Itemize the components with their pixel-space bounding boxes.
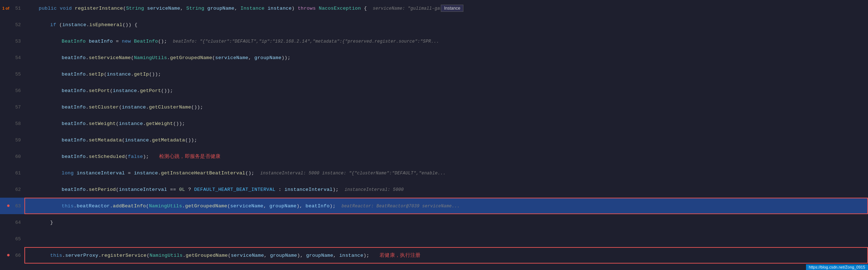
- code-line: 58beatInfo.setWeight(instance.getWeight(…: [0, 115, 868, 132]
- line-number: 60: [10, 154, 21, 159]
- line-text: this.serverProxy.registerService(NamingU…: [24, 252, 868, 259]
- line-text: beatInfo.setMetadata(instance.getMetadat…: [24, 138, 868, 143]
- first-line-badge: 1 of: [2, 6, 9, 10]
- line-gutter: 62: [0, 187, 24, 192]
- line-number: 51: [10, 6, 21, 11]
- line-gutter: 61: [0, 170, 24, 176]
- code-line: 65: [0, 231, 868, 247]
- line-number: 59: [10, 138, 21, 143]
- breakpoint-icon[interactable]: ●: [6, 252, 10, 259]
- line-gutter: 65: [0, 236, 24, 242]
- line-number: 58: [10, 121, 21, 126]
- line-number: 64: [10, 220, 21, 225]
- code-line: 62beatInfo.setPeriod(instanceInterval ==…: [0, 181, 868, 198]
- code-line: 54beatInfo.setServiceName(NamingUtils.ge…: [0, 49, 868, 66]
- line-number: 55: [10, 72, 21, 77]
- line-gutter: 58: [0, 121, 24, 126]
- line-text: BeatInfo beatInfo = new BeatInfo(); beat…: [24, 39, 868, 44]
- code-line: 55beatInfo.setIp(instance.getIp());: [0, 66, 868, 82]
- line-number: 53: [10, 39, 21, 44]
- line-number: 66: [10, 253, 21, 258]
- line-number: 56: [10, 88, 21, 93]
- line-text: this.beatReactor.addBeatInfo(NamingUtils…: [24, 203, 868, 209]
- line-text: beatInfo.setCluster(instance.getClusterN…: [24, 105, 868, 110]
- line-text: beatInfo.setWeight(instance.getWeight())…: [24, 121, 868, 126]
- line-text: beatInfo.setScheduled(false); 检测心跳，即服务是否…: [24, 153, 868, 160]
- code-line: 61long instanceInterval = instance.getIn…: [0, 165, 868, 181]
- code-line: 52if (instance.isEphemeral()) {: [0, 16, 868, 33]
- code-container: 1 of51public void registerInstance(Strin…: [0, 0, 868, 270]
- line-text: beatInfo.setIp(instance.getIp());: [24, 72, 868, 77]
- line-gutter: 53: [0, 39, 24, 44]
- line-number: 54: [10, 55, 21, 61]
- line-gutter: 56: [0, 88, 24, 93]
- code-line: 53BeatInfo beatInfo = new BeatInfo(); be…: [0, 33, 868, 49]
- line-text: beatInfo.setPort(instance.getPort());: [24, 88, 868, 93]
- line-text: if (instance.isEphemeral()) {: [24, 22, 868, 28]
- code-line: 64}: [0, 214, 868, 231]
- status-bar: https://blog.csdn.net/Zong_0915: [806, 264, 868, 270]
- line-gutter: 64: [0, 220, 24, 225]
- code-line: 67}: [0, 264, 868, 270]
- line-gutter: ●63: [0, 203, 24, 209]
- code-line: 56beatInfo.setPort(instance.getPort());: [0, 82, 868, 99]
- line-gutter: 59: [0, 138, 24, 143]
- line-gutter: 52: [0, 22, 24, 28]
- line-number: 62: [10, 187, 21, 192]
- line-gutter: 55: [0, 72, 24, 77]
- line-gutter: 54: [0, 55, 24, 61]
- line-number: 63: [10, 203, 21, 209]
- line-gutter: 60: [0, 154, 24, 159]
- breakpoint-icon[interactable]: ●: [6, 203, 10, 209]
- line-text: beatInfo.setPeriod(instanceInterval == 0…: [24, 187, 868, 192]
- line-number: 52: [10, 22, 21, 28]
- instance-badge: Instance: [441, 5, 463, 12]
- line-text: beatInfo.setServiceName(NamingUtils.getG…: [24, 55, 868, 61]
- code-line: 57beatInfo.setCluster(instance.getCluste…: [0, 99, 868, 115]
- code-line: 60beatInfo.setScheduled(false); 检测心跳，即服务…: [0, 148, 868, 165]
- line-gutter: ●66: [0, 252, 24, 259]
- code-line: ●63this.beatReactor.addBeatInfo(NamingUt…: [0, 198, 868, 214]
- line-text: long instanceInterval = instance.getInst…: [24, 170, 868, 176]
- line-number: 65: [10, 236, 21, 242]
- line-gutter: 57: [0, 105, 24, 110]
- code-line: 1 of51public void registerInstance(Strin…: [0, 0, 868, 16]
- line-text: }: [24, 220, 868, 225]
- code-line: 59beatInfo.setMetadata(instance.getMetad…: [0, 132, 868, 148]
- line-number: 61: [10, 170, 21, 176]
- status-url: https://blog.csdn.net/Zong_0915: [809, 265, 865, 269]
- line-gutter: 1 of51: [0, 6, 24, 11]
- code-line: ●66this.serverProxy.registerService(Nami…: [0, 247, 868, 264]
- line-number: 57: [10, 105, 21, 110]
